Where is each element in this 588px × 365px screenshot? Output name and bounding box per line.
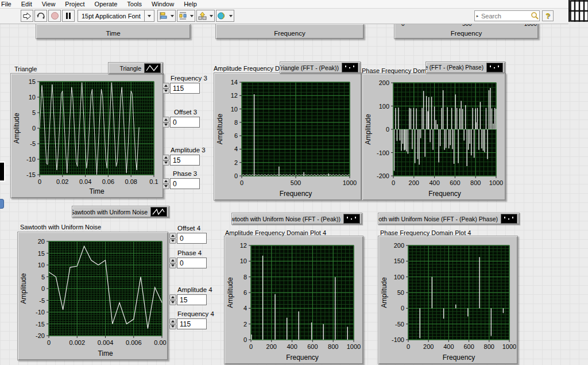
- cropped-chart-frequency-2: 0 500 1000 Frequency: [394, 22, 539, 39]
- offset-4-field[interactable]: [177, 233, 207, 244]
- abort-button[interactable]: [48, 10, 61, 22]
- svg-text:Frequency: Frequency: [280, 190, 312, 198]
- search-icon: [531, 11, 539, 20]
- numeric-control-amplitude-4: Amplitude 4: [169, 286, 212, 305]
- context-help-button[interactable]: ?: [542, 10, 554, 21]
- svg-text:0.004: 0.004: [98, 339, 114, 346]
- menu-file[interactable]: File: [1, 1, 11, 7]
- pause-icon: [66, 13, 71, 19]
- phase-fft4-plot-area[interactable]: 02004006008001000-100-50050100150200Freq…: [380, 237, 516, 363]
- chart-title-triangle: Triangle: [14, 66, 37, 72]
- axis-label: Time: [36, 30, 190, 37]
- align-objects-button[interactable]: [157, 10, 176, 22]
- legend-amp4[interactable]: Sawtooth with Uniform Noise (FFT - (Peak…: [231, 213, 362, 225]
- increment-decrement[interactable]: [169, 233, 176, 244]
- svg-text:12: 12: [231, 92, 238, 99]
- spinner-down-icon: [171, 325, 175, 328]
- legend-phase3[interactable]: Triangle (FFT - (Peak) Phase): [425, 62, 505, 74]
- svg-text:10: 10: [38, 262, 45, 268]
- spinner-up-icon: [171, 259, 175, 262]
- menu-project[interactable]: Project: [65, 1, 84, 7]
- numeric-control-frequency-3: Frequency 3: [163, 75, 207, 94]
- svg-text:0.008: 0.008: [154, 339, 167, 346]
- legend-triangle[interactable]: Triangle: [108, 62, 163, 74]
- phase-3-field[interactable]: [170, 178, 200, 189]
- spinner-up-icon: [171, 296, 175, 298]
- svg-text:1000: 1000: [489, 179, 503, 186]
- sawtooth-wave-icon: [150, 207, 167, 217]
- numeric-control-amplitude-3: Amplitude 3: [163, 147, 206, 166]
- triangle-plot-area[interactable]: 00.020.040.060.080.1-15-10-5051015TimeAm…: [12, 75, 162, 197]
- numeric-control-frequency-4: Frequency 4: [169, 310, 214, 329]
- search-input[interactable]: [480, 11, 531, 21]
- amplitude-4-field[interactable]: [177, 294, 207, 305]
- svg-text:-10: -10: [26, 156, 36, 163]
- svg-text:0: 0: [47, 339, 51, 346]
- font-selector[interactable]: 15pt Application Font: [78, 10, 154, 22]
- increment-decrement[interactable]: [169, 258, 176, 268]
- svg-text:800: 800: [484, 343, 494, 350]
- numeric-control-phase-4: Phase 4: [169, 249, 207, 268]
- svg-text:0: 0: [38, 178, 41, 185]
- amplitude-3-field[interactable]: [170, 155, 200, 166]
- search-options-arrow[interactable]: ▸: [475, 14, 480, 18]
- svg-text:8: 8: [234, 119, 238, 126]
- axis-label: Frequency: [216, 30, 363, 37]
- legend-label: Triangle: [119, 65, 141, 72]
- legend-saw[interactable]: Sawtooth with Uniform Noise: [72, 206, 169, 218]
- menu-operate[interactable]: Operate: [95, 1, 118, 7]
- svg-text:600: 600: [307, 343, 318, 350]
- menu-help[interactable]: Help: [184, 1, 197, 7]
- svg-text:6: 6: [243, 289, 247, 296]
- menu-view[interactable]: View: [42, 1, 56, 7]
- svg-text:Time: Time: [89, 187, 105, 195]
- offset-3-field[interactable]: [170, 117, 200, 128]
- phase-4-field[interactable]: [177, 258, 207, 268]
- svg-text:400: 400: [287, 343, 297, 350]
- svg-text:10: 10: [29, 94, 36, 101]
- frequency-3-field[interactable]: [170, 83, 200, 94]
- svg-text:-5: -5: [30, 140, 36, 147]
- sawtooth-plot-area[interactable]: 00.0020.0040.0060.008-20-15-10-505101520…: [19, 233, 167, 359]
- distribute-objects-button[interactable]: [177, 10, 195, 22]
- increment-decrement[interactable]: [163, 117, 169, 128]
- control-label: Phase 4: [177, 249, 207, 256]
- increment-decrement[interactable]: [169, 318, 176, 329]
- increment-decrement[interactable]: [163, 155, 169, 166]
- svg-text:4: 4: [243, 305, 247, 312]
- resize-objects-button[interactable]: [196, 10, 215, 22]
- labview-front-panel: File Edit View Project Operate Tools Win…: [0, 0, 588, 365]
- run-button[interactable]: [21, 10, 33, 22]
- frequency-4-field[interactable]: [177, 318, 207, 329]
- svg-text:5: 5: [32, 109, 36, 116]
- spinner-up-icon: [171, 320, 175, 322]
- svg-text:Frequency: Frequency: [286, 354, 319, 362]
- chevron-down-icon: [171, 15, 174, 17]
- control-label: Frequency 3: [171, 75, 207, 82]
- phase-fft3-plot-area[interactable]: 02004006008001000-200-1000100200Frequenc…: [363, 75, 504, 199]
- spinner-down-icon: [164, 162, 168, 164]
- run-continuous-button[interactable]: [34, 10, 47, 22]
- cropped-chart-frequency-1: Frequency: [215, 24, 364, 39]
- search-box: ▸: [474, 10, 540, 21]
- menu-edit[interactable]: Edit: [21, 1, 32, 7]
- svg-text:200: 200: [394, 242, 404, 249]
- svg-text:500: 500: [291, 179, 301, 186]
- menu-window[interactable]: Window: [152, 1, 174, 7]
- spinner-down-icon: [164, 90, 168, 92]
- cropped-chart-time: Time: [36, 24, 191, 39]
- fft-plot-icon: [342, 63, 358, 72]
- increment-decrement[interactable]: [163, 83, 169, 94]
- increment-decrement[interactable]: [163, 178, 169, 189]
- pause-button[interactable]: [62, 10, 75, 22]
- font-selector-dropdown[interactable]: [144, 10, 154, 21]
- legend-phase4[interactable]: Sawtooth with Uniform Noise (FFT - (Peak…: [378, 213, 520, 225]
- reorder-button[interactable]: [216, 10, 234, 22]
- increment-decrement[interactable]: [169, 294, 176, 305]
- legend-amp3[interactable]: Triangle (FFT - (Peak)): [280, 62, 361, 74]
- menu-tools[interactable]: Tools: [127, 1, 142, 7]
- svg-text:Time: Time: [98, 349, 113, 358]
- amp-fft4-plot-area[interactable]: 02004006008001000024681012FrequencyAmpli…: [226, 237, 362, 363]
- graph-phase-fft4: 02004006008001000-100-50050100150200Freq…: [378, 236, 518, 364]
- amp-fft3-plot-area[interactable]: 0500100002468101214FrequencyAmplitude: [215, 74, 360, 199]
